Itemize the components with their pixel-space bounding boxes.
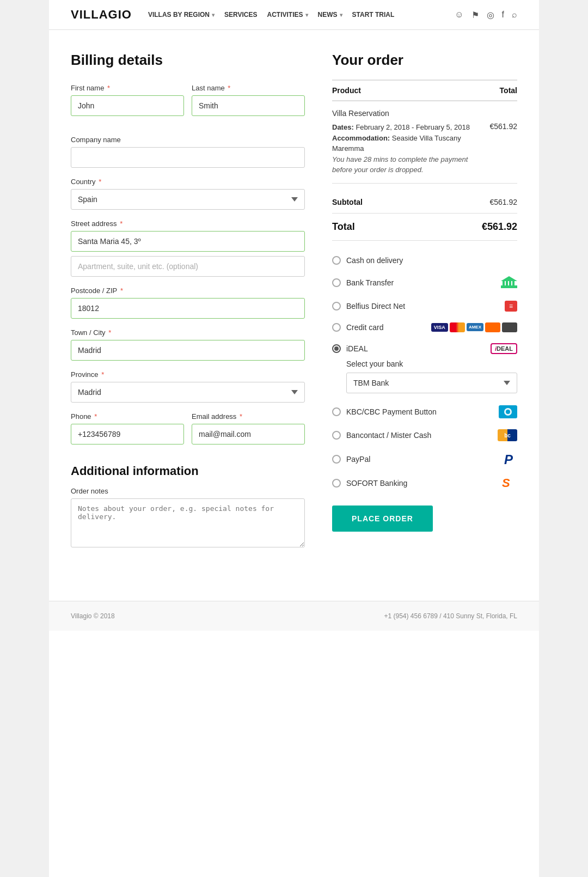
- bank-select-container: Select your bank TBM Bank ABN AMRO ING R…: [332, 360, 517, 400]
- payment-paypal[interactable]: PayPal P: [332, 447, 517, 472]
- sofort-label: SOFORT Banking: [346, 479, 407, 488]
- order-notes-textarea[interactable]: [71, 498, 305, 547]
- nav-news[interactable]: NEWS ▾: [318, 11, 342, 19]
- credit-label: Credit card: [346, 323, 383, 332]
- credit-card-icons: VISA AMEX: [431, 322, 517, 332]
- order-item-details: Dates: February 2, 2018 - February 5, 20…: [332, 122, 489, 175]
- required-star: *: [107, 328, 112, 337]
- payment-bank[interactable]: Bank Transfer: [332, 270, 517, 295]
- subtotal-label: Subtotal: [332, 198, 363, 206]
- subtotal-value: €561.92: [489, 198, 517, 206]
- street-label: Street address *: [71, 220, 305, 228]
- radio-bancontact: [332, 431, 341, 440]
- radio-belfius: [332, 302, 341, 310]
- order-subtotal-row: Subtotal €561.92: [332, 191, 517, 214]
- order-section: Your order Product Total Villa Reservati…: [332, 52, 517, 557]
- ideal-badge: i DEAL: [491, 343, 517, 354]
- svg-rect-1: [503, 281, 505, 286]
- postcode-label: Postcode / ZIP *: [71, 287, 305, 295]
- bank-label: Bank Transfer: [346, 278, 394, 287]
- email-group: Email address *: [192, 412, 305, 444]
- postcode-group: Postcode / ZIP *: [71, 287, 305, 319]
- payment-credit[interactable]: Credit card VISA AMEX: [332, 317, 517, 338]
- street-group: Street address *: [71, 220, 305, 277]
- header: VILLAGIO VILLAS BY REGION ▾ SERVICES ACT…: [49, 0, 539, 30]
- postcode-input[interactable]: [71, 298, 305, 319]
- required-star: *: [97, 178, 102, 186]
- instagram-icon[interactable]: ◎: [487, 10, 494, 20]
- facebook-icon[interactable]: f: [502, 10, 504, 20]
- order-table-header: Product Total: [332, 80, 517, 101]
- nav-services[interactable]: SERVICES: [224, 11, 257, 19]
- nav-activities[interactable]: ACTIVITIES ▾: [267, 11, 308, 19]
- payment-belfius[interactable]: Belfius Direct Net ≡: [332, 295, 517, 317]
- radio-ideal: [332, 344, 341, 353]
- payment-kbc[interactable]: KBC/CBC Payment Button: [332, 400, 517, 424]
- bank-select-label: Select your bank: [346, 360, 517, 368]
- logo: VILLAGIO: [71, 8, 132, 22]
- order-item-detail-row: Dates: February 2, 2018 - February 5, 20…: [332, 122, 517, 175]
- svg-point-8: [506, 410, 510, 414]
- place-order-button[interactable]: PLACE ORDER: [332, 506, 433, 532]
- search-icon[interactable]: ⌕: [512, 10, 517, 20]
- chevron-down-icon: ▾: [340, 12, 342, 18]
- bank-select[interactable]: TBM Bank ABN AMRO ING Rabobank: [346, 373, 517, 393]
- total-value: €561.92: [482, 221, 517, 233]
- last-name-group: Last name *: [192, 84, 305, 116]
- main-nav: VILLAS BY REGION ▾ SERVICES ACTIVITIES ▾…: [148, 11, 446, 19]
- radio-sofort: [332, 479, 341, 488]
- bank-icon: [501, 276, 517, 290]
- orange-card-icon: [485, 322, 500, 332]
- nav-start-trial[interactable]: START TRIAL: [352, 11, 395, 19]
- order-notes-group: Order notes: [71, 487, 305, 547]
- dates-label: Dates:: [332, 123, 354, 131]
- svg-text:S: S: [502, 477, 510, 489]
- province-select[interactable]: Madrid Barcelona Seville: [71, 382, 305, 403]
- email-label: Email address *: [192, 412, 305, 421]
- svg-rect-2: [506, 281, 508, 286]
- order-title: Your order: [332, 52, 517, 69]
- phone-input[interactable]: [71, 424, 184, 444]
- payment-sofort[interactable]: SOFORT Banking S: [332, 472, 517, 495]
- product-col-header: Product: [332, 86, 361, 95]
- country-select[interactable]: Spain Germany France Italy: [71, 189, 305, 210]
- company-label: Company name: [71, 136, 305, 144]
- timer-notice: You have 28 mins to complete the payment…: [332, 155, 468, 174]
- company-input[interactable]: [71, 147, 305, 168]
- first-name-group: First name *: [71, 84, 184, 116]
- radio-bank: [332, 278, 341, 287]
- phone-group: Phone *: [71, 412, 184, 444]
- email-input[interactable]: [192, 424, 305, 444]
- paypal-icon: P: [504, 452, 517, 466]
- foursquare-icon[interactable]: ⚑: [471, 10, 479, 20]
- paypal-label: PayPal: [346, 455, 370, 464]
- bancontact-icon: bc: [498, 429, 517, 441]
- phone-label: Phone *: [71, 412, 184, 421]
- footer-copyright: Villagio © 2018: [71, 612, 115, 620]
- accommodation-label: Accommodation:: [332, 134, 390, 142]
- order-item: Villa Reservation Dates: February 2, 201…: [332, 109, 517, 184]
- payment-ideal[interactable]: iDEAL i DEAL: [332, 338, 517, 360]
- street-input[interactable]: [71, 231, 305, 252]
- kbc-icon: [499, 405, 517, 418]
- ideal-label: iDEAL: [346, 344, 368, 353]
- belfius-icon: ≡: [505, 301, 517, 312]
- order-item-price: €561.92: [489, 122, 517, 131]
- last-name-input[interactable]: [192, 95, 305, 116]
- nav-villas[interactable]: VILLAS BY REGION ▾: [148, 11, 215, 19]
- order-notes-label: Order notes: [71, 487, 305, 495]
- order-total-row: Total €561.92: [332, 214, 517, 241]
- kbc-label: KBC/CBC Payment Button: [346, 407, 437, 416]
- payment-bancontact[interactable]: Bancontact / Mister Cash bc: [332, 424, 517, 447]
- tripadvisor-icon[interactable]: ☺: [455, 10, 463, 20]
- first-name-input[interactable]: [71, 95, 184, 116]
- cash-label: Cash on delivery: [346, 256, 403, 265]
- name-row: First name * Last name *: [71, 84, 305, 126]
- apt-input[interactable]: [71, 256, 305, 277]
- city-input[interactable]: [71, 340, 305, 361]
- required-star: *: [118, 287, 123, 295]
- required-star: *: [93, 412, 97, 421]
- bancontact-label: Bancontact / Mister Cash: [346, 431, 431, 440]
- province-label: Province *: [71, 370, 305, 379]
- payment-cash[interactable]: Cash on delivery: [332, 251, 517, 270]
